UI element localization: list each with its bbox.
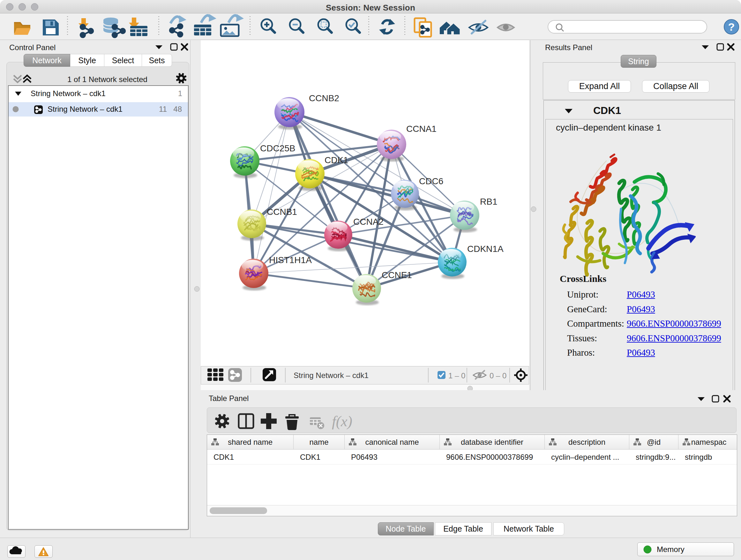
svg-text:CDC6: CDC6 xyxy=(419,176,443,186)
svg-text:f(x): f(x) xyxy=(332,413,352,429)
svg-text:CCNA2: CCNA2 xyxy=(353,217,384,227)
svg-text:CCNA1: CCNA1 xyxy=(406,124,436,134)
svg-text:CDK1: CDK1 xyxy=(325,155,348,165)
svg-text:0 – 0: 0 – 0 xyxy=(489,371,507,380)
svg-text:CCNB2: CCNB2 xyxy=(309,93,339,103)
svg-text:CDKN1A: CDKN1A xyxy=(467,244,503,254)
svg-text:String Network – cdk1: String Network – cdk1 xyxy=(293,371,368,380)
svg-text:?: ? xyxy=(728,21,735,33)
svg-text:CCNB1: CCNB1 xyxy=(267,207,297,217)
svg-text:HIST1H1A: HIST1H1A xyxy=(269,255,312,265)
svg-text:CCNE1: CCNE1 xyxy=(382,270,412,280)
svg-text:1 – 0: 1 – 0 xyxy=(448,371,465,380)
svg-text:CDC25B: CDC25B xyxy=(260,143,295,153)
svg-text:RB1: RB1 xyxy=(480,197,497,206)
